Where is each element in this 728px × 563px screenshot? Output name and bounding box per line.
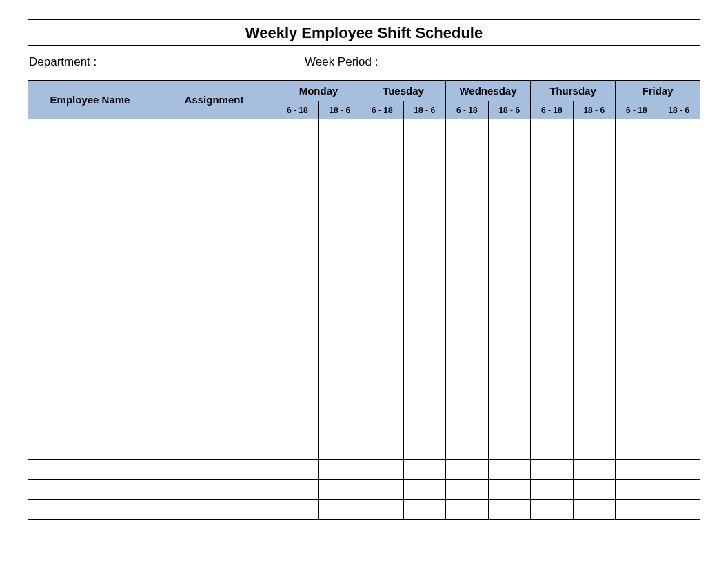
table-cell — [573, 119, 616, 139]
table-cell — [488, 339, 531, 359]
table-cell — [573, 179, 616, 199]
table-cell — [152, 139, 276, 159]
table-cell — [446, 179, 489, 199]
department-label: Department : — [29, 55, 305, 69]
table-cell — [276, 399, 319, 419]
table-cell — [488, 279, 531, 299]
table-cell — [152, 460, 276, 480]
table-cell — [403, 179, 446, 199]
table-cell — [658, 500, 700, 520]
table-cell — [403, 460, 446, 480]
table-cell — [152, 119, 276, 139]
table-cell — [616, 439, 658, 460]
table-cell — [658, 119, 700, 139]
table-cell — [318, 480, 361, 500]
table-cell — [446, 159, 489, 179]
table-cell — [318, 299, 361, 319]
table-cell — [403, 219, 446, 239]
table-cell — [403, 399, 446, 419]
table-cell — [531, 219, 574, 239]
table-cell — [361, 259, 404, 279]
table-cell — [616, 419, 658, 439]
table-cell — [28, 119, 152, 139]
table-cell — [361, 319, 404, 339]
table-cell — [616, 319, 658, 339]
table-cell — [318, 219, 361, 239]
table-cell — [276, 119, 319, 139]
table-cell — [616, 159, 658, 179]
table-cell — [28, 439, 152, 460]
table-cell — [531, 179, 574, 199]
col-header-assignment: Assignment — [152, 81, 276, 119]
table-cell — [403, 299, 446, 319]
table-cell — [28, 460, 152, 480]
table-cell — [488, 119, 531, 139]
table-cell — [446, 139, 489, 159]
table-row — [28, 239, 700, 259]
table-cell — [28, 279, 152, 299]
table-cell — [446, 239, 489, 259]
table-row — [28, 439, 700, 460]
table-cell — [318, 239, 361, 259]
table-cell — [658, 199, 700, 219]
table-cell — [361, 379, 404, 399]
table-cell — [446, 439, 489, 460]
table-cell — [28, 179, 152, 199]
table-row — [28, 399, 700, 419]
table-cell — [488, 239, 531, 259]
table-cell — [573, 159, 616, 179]
table-cell — [658, 399, 700, 419]
table-cell — [361, 419, 404, 439]
table-row — [28, 119, 700, 139]
table-cell — [318, 460, 361, 480]
shift-schedule-table: Employee Name Assignment Monday Tuesday … — [28, 80, 700, 520]
table-cell — [28, 419, 152, 439]
table-cell — [658, 379, 700, 399]
table-cell — [28, 219, 152, 239]
table-cell — [276, 239, 319, 259]
table-cell — [152, 159, 276, 179]
table-cell — [152, 299, 276, 319]
table-cell — [318, 339, 361, 359]
table-cell — [276, 199, 319, 219]
table-cell — [276, 299, 319, 319]
shift-wed-1: 6 - 18 — [446, 101, 489, 119]
table-cell — [152, 399, 276, 419]
table-cell — [573, 460, 616, 480]
table-cell — [488, 299, 531, 319]
table-cell — [573, 199, 616, 219]
table-cell — [446, 199, 489, 219]
table-cell — [276, 460, 319, 480]
table-cell — [531, 339, 574, 359]
table-cell — [488, 199, 531, 219]
table-cell — [403, 419, 446, 439]
table-row — [28, 339, 700, 359]
table-cell — [152, 199, 276, 219]
table-cell — [531, 279, 574, 299]
table-cell — [573, 480, 616, 500]
table-cell — [28, 299, 152, 319]
table-cell — [28, 379, 152, 399]
table-cell — [318, 439, 361, 460]
table-cell — [573, 139, 616, 159]
col-header-friday: Friday — [616, 81, 700, 101]
table-cell — [573, 439, 616, 460]
table-cell — [573, 259, 616, 279]
col-header-employee-name: Employee Name — [28, 81, 152, 119]
table-cell — [361, 460, 404, 480]
table-cell — [361, 219, 404, 239]
table-cell — [318, 500, 361, 520]
table-cell — [361, 279, 404, 299]
col-header-tuesday: Tuesday — [361, 81, 446, 101]
table-cell — [616, 359, 658, 379]
table-cell — [446, 279, 489, 299]
table-row — [28, 159, 700, 179]
table-cell — [658, 219, 700, 239]
table-cell — [28, 399, 152, 419]
shift-wed-2: 18 - 6 — [488, 101, 531, 119]
table-cell — [531, 239, 574, 259]
table-cell — [658, 359, 700, 379]
shift-tue-1: 6 - 18 — [361, 101, 404, 119]
table-cell — [616, 460, 658, 480]
table-cell — [531, 159, 574, 179]
